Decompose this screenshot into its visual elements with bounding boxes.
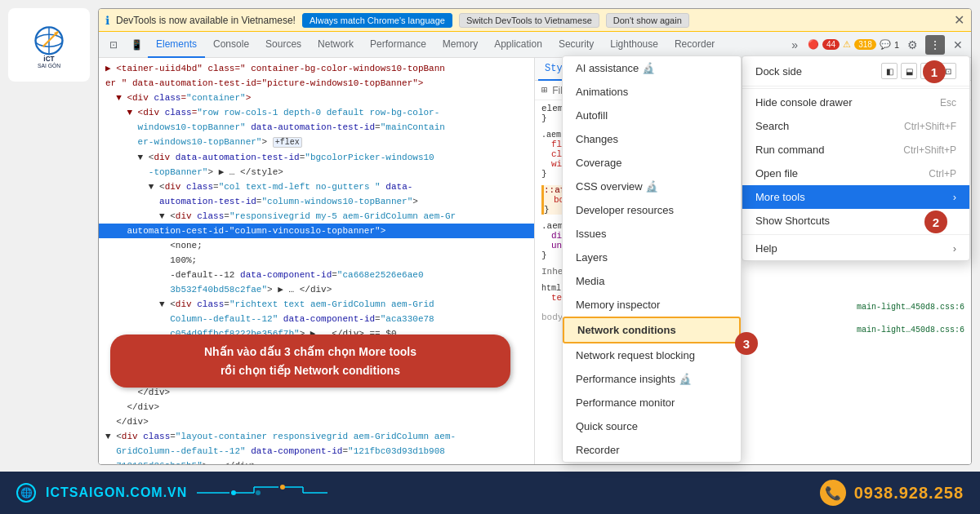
menu-item-open-file[interactable]: Open file Ctrl+P [742, 162, 969, 185]
dom-line[interactable]: er-windows10-topBanner"> +flex [99, 135, 534, 150]
switch-vietnamese-btn[interactable]: Switch DevTools to Vietnamese [459, 13, 599, 28]
dock-left-icon[interactable]: ◧ [881, 63, 898, 79]
tab-console[interactable]: Console [205, 32, 257, 58]
annotation-line2: rồi chọn tiếp Network conditions [220, 364, 400, 377]
match-language-btn[interactable]: Always match Chrome's language [302, 13, 452, 28]
css-brace: } [541, 250, 547, 260]
menu-item-more-tools[interactable]: More tools › [742, 185, 969, 209]
close-icon[interactable]: ✕ [954, 12, 964, 28]
dom-line[interactable]: ▼ <div data-automation-test-id="bgcolorP… [99, 150, 534, 165]
info-message: DevTools is now available in Vietnamese! [116, 15, 296, 26]
dom-line[interactable]: ▼ <div class="responsivegrid my-5 aem-Gr… [99, 209, 534, 224]
tab-application[interactable]: Application [486, 32, 550, 58]
dom-line[interactable]: GridColumn--default--12" data-component-… [99, 444, 534, 459]
css-brace: } [541, 113, 547, 123]
dom-panel: ▶ <tainer-uiid4bd" class=" container-bg-… [99, 58, 535, 464]
dont-show-btn[interactable]: Don't show again [606, 13, 689, 28]
submenu-item-layers[interactable]: Layers [563, 246, 741, 269]
dom-line[interactable]: er " data-automation-test-id="picture-wi… [99, 76, 534, 91]
tabs-more-section: » 🔴 44 ⚠ 318 💬 1 ⚙ ⋮ ✕ [785, 35, 968, 55]
tab-recorder[interactable]: Recorder [666, 32, 723, 58]
dom-line[interactable]: </div> [99, 414, 534, 429]
globe-icon: 🌐 [16, 483, 36, 503]
error-badge: 44 [822, 39, 840, 50]
dom-line[interactable]: ▼ <div class="row row-cols-1 depth-0 def… [99, 105, 534, 120]
tab-network[interactable]: Network [310, 32, 362, 58]
dom-line[interactable]: ▼ <div class="col text-md-left no-gutter… [99, 179, 534, 194]
devtools-info-bar: ℹ DevTools is now available in Vietnames… [99, 9, 971, 32]
dom-line[interactable]: automation-test-id="column-windows10-top… [99, 194, 534, 209]
tab-sources[interactable]: Sources [257, 32, 310, 58]
submenu-item-performance-insights[interactable]: Performance insights 🔬 [563, 367, 741, 391]
dom-line[interactable]: 3b532f40bd58c2fae"> ▶ … </div> [99, 282, 534, 297]
dom-line[interactable]: -topBanner"> ▶ … </style> [99, 165, 534, 179]
tab-memory[interactable]: Memory [434, 32, 486, 58]
submenu-item-network-request-blocking[interactable]: Network request blocking [563, 343, 741, 367]
svg-point-16 [256, 490, 261, 495]
menu-item-search[interactable]: Search Ctrl+Shift+F [742, 114, 969, 138]
dom-line[interactable]: ▶ <tainer-uiid4bd" class=" container-bg-… [99, 61, 534, 76]
css-brace: } [541, 169, 547, 179]
svg-point-12 [280, 485, 285, 490]
step-3-badge: 3 [735, 332, 758, 355]
step-1-badge: 1 [923, 60, 946, 83]
dock-bottom-icon[interactable]: ⬓ [901, 63, 917, 79]
submenu-item-dev-resources[interactable]: Developer resources [563, 198, 741, 222]
svg-text:iCT: iCT [43, 55, 54, 63]
step-2-badge: 2 [924, 210, 947, 233]
info-badge: 1 [894, 40, 899, 50]
annotation-overlay: Nhấn vào dấu 3 chấm chọn More tools rồi … [110, 335, 510, 388]
submenu-item-css-overview[interactable]: CSS overview 🔬 [563, 175, 741, 198]
elements-cursor-icon[interactable]: ⊡ [102, 33, 125, 56]
more-options-icon[interactable]: ⋮ [925, 35, 945, 55]
dom-line[interactable]: <none; [99, 238, 534, 253]
filter-icon: ⊞ [541, 84, 547, 96]
bottom-bar: 🌐 ICTSAIGON.COM.VN 📞 0938.928.258 [0, 472, 980, 514]
submenu-item-quick-source[interactable]: Quick source [563, 414, 741, 438]
submenu-item-ai[interactable]: AI assistance 🔬 [563, 56, 741, 80]
submenu-item-autofill[interactable]: Autofill [563, 104, 741, 127]
submenu-item-changes[interactable]: Changes [563, 127, 741, 151]
submenu-item-coverage[interactable]: Coverage [563, 151, 741, 175]
tab-lighthouse[interactable]: Lighthouse [602, 32, 666, 58]
tab-performance[interactable]: Performance [362, 32, 434, 58]
devtools-tabs-bar: ⊡ 📱 Elements Console Sources Network Per… [99, 32, 971, 58]
dom-line[interactable]: </div> [99, 400, 534, 414]
dom-line-selected[interactable]: automation-cest-id-"column-vincouslo-top… [99, 224, 534, 238]
submenu-item-issues[interactable]: Issues [563, 222, 741, 246]
svg-text:SAI GÒN: SAI GÒN [38, 62, 60, 69]
menu-item-hide-console[interactable]: Hide console drawer Esc [742, 91, 969, 114]
menu-item-help[interactable]: Help › [742, 237, 969, 260]
bottom-bar-left: 🌐 ICTSAIGON.COM.VN [16, 483, 327, 503]
dom-content[interactable]: ▶ <tainer-uiid4bd" class=" container-bg-… [99, 58, 534, 464]
ict-logo: iCT SAI GÒN [8, 8, 90, 82]
dom-line[interactable]: ▼ <div class="layout-container responsiv… [99, 429, 534, 444]
submenu-item-media[interactable]: Media [563, 269, 741, 293]
tab-security[interactable]: Security [550, 32, 602, 58]
warning-badge: 318 [854, 39, 876, 50]
separator-2 [742, 234, 969, 235]
close-devtools-icon[interactable]: ✕ [948, 35, 968, 55]
phone-number[interactable]: 0938.928.258 [854, 484, 964, 503]
submenu-item-recorder[interactable]: Recorder [563, 438, 741, 462]
dom-line[interactable]: ▼ <div class="container"> [99, 91, 534, 105]
tabs-overflow-btn[interactable]: » [785, 35, 804, 55]
tab-elements[interactable]: Elements [148, 32, 205, 58]
dom-line[interactable]: -default--12 data-component-id="ca668e25… [99, 268, 534, 282]
dom-line[interactable]: 713185d26cbe5b5"> … </div> [99, 459, 534, 464]
settings-icon[interactable]: ⚙ [902, 35, 922, 55]
submenu-item-performance-monitor[interactable]: Performance monitor [563, 391, 741, 414]
dock-side-label: Dock side [755, 65, 802, 78]
dom-line[interactable]: windows10-topBanner" data-automation-tes… [99, 120, 534, 135]
device-icon[interactable]: 📱 [125, 33, 148, 56]
submenu-item-animations[interactable]: Animations [563, 80, 741, 104]
dom-line[interactable]: ▼ <div class="richtext text aem-GridColu… [99, 297, 534, 312]
annotation-line1: Nhấn vào dấu 3 chấm chọn More tools [204, 345, 416, 358]
submenu-item-memory-inspector[interactable]: Memory inspector [563, 293, 741, 317]
dom-line[interactable]: Column--default--12" data-component-id="… [99, 312, 534, 326]
menu-item-run-command[interactable]: Run command Ctrl+Shift+P [742, 138, 969, 162]
separator [742, 88, 969, 89]
bottom-bar-url[interactable]: ICTSAIGON.COM.VN [46, 485, 187, 500]
dom-line[interactable]: 100%; [99, 253, 534, 268]
submenu-item-network-conditions[interactable]: Network conditions [563, 317, 741, 343]
